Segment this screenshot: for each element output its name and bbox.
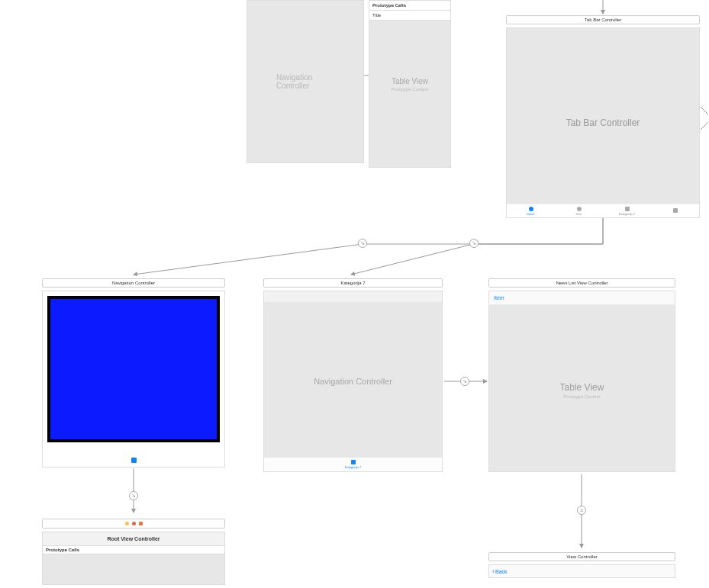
scene-title-dots[interactable] — [42, 519, 225, 529]
table-view-placeholder: Table View Prototype Content — [392, 77, 428, 92]
scene-root-view-controller[interactable]: Root View Controller Prototype Cells — [42, 519, 225, 585]
circle-icon — [577, 207, 582, 211]
nav-controller-label: Navigation Controller — [276, 73, 334, 90]
segue-badge[interactable]: ↘ — [460, 377, 469, 386]
nav-bar — [264, 291, 442, 302]
scene-title[interactable]: News List View Controller — [488, 278, 675, 288]
nav-bar-title: Root View Controller — [42, 532, 225, 546]
scene-kategorija-nav[interactable]: Kategorija 7 Navigation Controller Kateg… — [263, 278, 443, 472]
vc-icon — [125, 522, 129, 525]
tab-item-3[interactable] — [651, 204, 699, 217]
tab-bar: Item1 Item Kategorija 7 — [507, 204, 699, 217]
prototype-cells-header: Prototype Cells — [369, 1, 450, 11]
prototype-cell-title[interactable]: Title — [369, 11, 450, 21]
prototype-cells-header: Prototype Cells — [42, 546, 225, 554]
scene-title[interactable]: Tab Bar Controller — [506, 15, 700, 24]
scene-title[interactable]: Navigation Controller — [42, 278, 225, 288]
scene-view-controller[interactable]: View Controller ‹ Back — [488, 552, 675, 578]
tab-item-2[interactable]: Kategorija 7 — [603, 204, 651, 217]
nav-controller-label: Navigation Controller — [314, 377, 392, 386]
blue-view[interactable] — [50, 299, 217, 439]
nav-bar: Item — [489, 291, 675, 305]
table-view-placeholder: Table View Prototype Content — [560, 382, 604, 399]
scene-news-list[interactable]: News List View Controller Item Table Vie… — [488, 278, 675, 472]
circle-icon — [529, 207, 533, 211]
table-body[interactable] — [42, 554, 225, 585]
tab-bar-controller-label: Tab Bar Controller — [566, 117, 640, 128]
scene-table-view-top[interactable]: Prototype Cells Title Table View Prototy… — [369, 0, 451, 168]
segue-badge[interactable]: ↘ — [129, 491, 138, 500]
square-icon — [131, 458, 137, 463]
root-view-wrapper — [47, 296, 220, 442]
tab-bar-placeholder — [43, 453, 224, 467]
tab-bar-placeholder: Kategorija 7 — [264, 458, 442, 471]
nav-bar: ‹ Back — [488, 564, 675, 578]
tab-item-1[interactable]: Item — [555, 204, 603, 217]
back-button[interactable]: ‹ Back — [492, 568, 508, 575]
scene-navigation-controller-top[interactable]: Navigation Controller — [247, 0, 364, 163]
nav-item-button[interactable]: Item — [494, 295, 504, 300]
scene-title[interactable]: View Controller — [488, 552, 675, 561]
scene-navigation-controller-blue[interactable]: Navigation Controller — [42, 278, 225, 468]
segue-badge[interactable]: ≡ — [577, 506, 586, 515]
chevron-left-icon: ‹ — [492, 568, 495, 575]
segue-badge[interactable]: ↘ — [469, 239, 479, 248]
square-icon — [351, 460, 356, 464]
segue-badge[interactable]: ↘ — [358, 239, 367, 248]
scene-tab-bar-controller[interactable]: Tab Bar Controller Tab Bar Controller It… — [506, 15, 700, 218]
tab-item-0[interactable]: Item1 — [507, 204, 555, 217]
square-icon — [625, 207, 630, 211]
exit-icon — [139, 522, 143, 525]
scene-title[interactable]: Kategorija 7 — [263, 278, 443, 288]
first-responder-icon — [132, 522, 136, 525]
square-icon — [673, 208, 678, 213]
